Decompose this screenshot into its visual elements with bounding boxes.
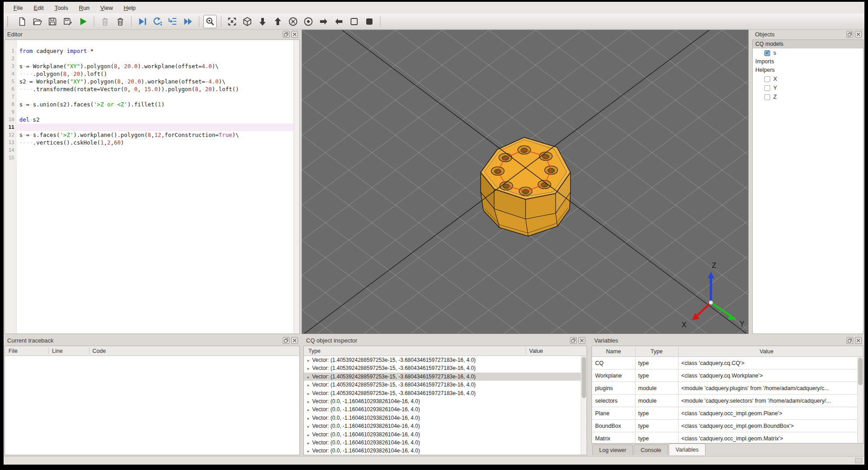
close-panel-button[interactable] (291, 337, 298, 344)
expander-icon[interactable]: ▸ (307, 424, 310, 429)
float-panel-button[interactable] (283, 31, 289, 38)
menu-tools[interactable]: Tools (49, 3, 73, 13)
column-header-value[interactable]: Value (529, 346, 543, 356)
float-panel-button[interactable] (283, 337, 289, 344)
menu-edit[interactable]: Edit (28, 3, 49, 13)
menu-view[interactable]: View (95, 3, 118, 13)
code-area[interactable]: 1from·cadquery·import·*23s·=·Workplane("… (5, 40, 299, 334)
toolbar-button-step[interactable] (136, 15, 149, 28)
float-panel-button[interactable] (570, 337, 577, 344)
code-line-8[interactable]: 8s·=·s.union(s2).faces('>Z·or·<Z').fille… (5, 101, 299, 108)
menu-file[interactable]: File (8, 3, 28, 13)
column-header-type[interactable]: Type (635, 346, 678, 356)
visibility-checkbox[interactable] (764, 94, 770, 100)
column-header-file[interactable]: File (9, 346, 18, 356)
toolbar-button-iso-view[interactable] (241, 15, 254, 28)
code-line-9[interactable]: 9 (5, 108, 299, 116)
tree-item-x[interactable]: X (753, 75, 863, 83)
variable-row[interactable]: selectorsmodule<module 'cadquery.selecto… (592, 395, 863, 407)
tree-item-y[interactable]: Y (753, 83, 863, 92)
code-line-12[interactable]: 12s·=·s.faces('>Z').workplane().polygon(… (5, 131, 299, 139)
toolbar-button-delete[interactable] (98, 15, 112, 28)
tree-group-cq-models[interactable]: CQ models (753, 40, 863, 48)
code-line-6[interactable]: 6····.transformed(rotate=Vector(0,·0,·15… (5, 85, 299, 93)
close-panel-button[interactable] (855, 337, 862, 344)
expander-icon[interactable]: ▸ (307, 391, 310, 396)
tree-group-imports[interactable]: Imports (753, 57, 863, 66)
inspector-row[interactable]: ▸Vector: (0.0, -1.1604610293826104e-16, … (304, 439, 587, 447)
toolbar-button-top-view[interactable] (256, 15, 269, 28)
toolbar-button-wireframe[interactable] (347, 15, 361, 28)
variable-row[interactable]: BoundBoxtype<class 'cadquery.occ_impl.ge… (592, 420, 863, 432)
visibility-checkbox[interactable] (764, 50, 770, 56)
expander-icon[interactable]: ▸ (307, 449, 310, 453)
inspector-row[interactable]: ▸Vector: (0.0, -1.1604610293826104e-16, … (304, 430, 587, 439)
code-line-14[interactable]: 14 (5, 146, 299, 154)
column-header-type[interactable]: Type (308, 346, 320, 356)
tab-log-viewer[interactable]: Log viewer (592, 444, 633, 455)
expander-icon[interactable]: ▸ (307, 383, 310, 387)
toolbar-button-save[interactable] (46, 15, 59, 28)
tree-group-helpers[interactable]: Helpers (753, 66, 863, 75)
inspector-row[interactable]: ▸Vector: (0.0, -1.1604610293826104e-16, … (304, 447, 587, 455)
code-line-10[interactable]: 10del·s2 (5, 116, 299, 123)
toolbar-button-bottom-view[interactable] (271, 15, 285, 28)
toolbar-button-back-view[interactable] (302, 15, 315, 28)
toolbar-button-inspect[interactable] (203, 15, 217, 28)
visibility-checkbox[interactable] (764, 76, 770, 82)
close-panel-button[interactable] (579, 337, 585, 344)
tab-variables[interactable]: Variables (669, 444, 705, 455)
variable-row[interactable]: CQtype<class 'cadquery.cq.CQ'> (592, 357, 863, 369)
toolbar-button-save-as[interactable] (61, 15, 75, 28)
code-line-15[interactable]: 15 (5, 154, 299, 162)
toolbar-button-step-return[interactable] (166, 15, 180, 28)
inspector-row[interactable]: ▸Vector: (1.4053924288597253e-15, -3.680… (304, 364, 587, 372)
toolbar-button-shaded[interactable] (363, 15, 376, 28)
menu-run[interactable]: Run (74, 3, 95, 13)
tab-console[interactable]: Console (634, 444, 668, 455)
expander-icon[interactable]: ▸ (307, 416, 310, 421)
column-header-name[interactable]: Name (592, 346, 635, 356)
inspector-row[interactable]: ▸Vector: (0.0, -1.1604610293826104e-16, … (304, 405, 587, 413)
float-panel-button[interactable] (846, 31, 853, 38)
toolbar-button-open[interactable] (31, 15, 44, 28)
toolbar-button-new-file[interactable] (15, 15, 29, 28)
toolbar-button-fit-view[interactable] (225, 15, 239, 28)
code-editor[interactable]: 1from·cadquery·import·*23s·=·Workplane("… (4, 40, 300, 334)
inspector-row[interactable]: ▸Vector: (0.0, -1.1604610293826104e-16, … (304, 414, 587, 422)
expander-icon[interactable]: ▸ (307, 441, 310, 445)
toolbar-button-run[interactable] (76, 15, 90, 28)
expander-icon[interactable]: ▸ (307, 366, 310, 371)
tree-item-z[interactable]: Z (753, 92, 863, 101)
variable-row[interactable]: Workplanetype<class 'cadquery.cq.Workpla… (592, 369, 863, 382)
menu-help[interactable]: Help (118, 3, 141, 13)
resize-grip[interactable] (855, 458, 862, 463)
code-line-1[interactable]: 1from·cadquery·import·* (5, 47, 299, 55)
inspector-row[interactable]: ▸Vector: (1.4053924288597253e-15, -3.680… (304, 389, 587, 397)
toolbar-button-delete-all[interactable] (114, 15, 127, 28)
toolbar-button-left-view[interactable] (332, 15, 346, 28)
inspector-scrollbar[interactable] (581, 356, 587, 455)
code-line-13[interactable]: 13····.vertices().cskHole(1,2,60) (5, 139, 299, 146)
inspector-row[interactable]: ▸Vector: (1.4053924288597253e-15, -3.680… (304, 373, 587, 381)
code-line-3[interactable]: 3s·=·Workplane("XY").polygon(8,·20.0).wo… (5, 62, 299, 70)
expander-icon[interactable]: ▸ (307, 400, 310, 404)
close-panel-button[interactable] (855, 31, 862, 38)
editor-scrollbar[interactable] (294, 40, 299, 334)
expander-icon[interactable]: ▸ (307, 408, 310, 412)
code-line-7[interactable]: 7 (5, 93, 299, 101)
column-header-value[interactable]: Value (678, 346, 855, 356)
toolbar-button-step-in[interactable] (151, 15, 164, 28)
inspector-row[interactable]: ▸Vector: (1.4053924288597253e-15, -3.680… (304, 356, 587, 364)
column-header-code[interactable]: Code (92, 346, 106, 356)
toolbar-button-right-view[interactable] (317, 15, 330, 28)
expander-icon[interactable]: ▸ (307, 375, 310, 379)
close-panel-button[interactable] (291, 31, 298, 38)
expander-icon[interactable]: ▸ (307, 358, 310, 363)
variable-row[interactable]: Matrixtype<class 'cadquery.occ_impl.geom… (592, 432, 863, 444)
visibility-checkbox[interactable] (764, 85, 770, 91)
inspector-row[interactable]: ▸Vector: (0.0, -1.1604610293826104e-16, … (304, 397, 587, 405)
code-line-5[interactable]: 5s2·=·Workplane("XY").polygon(8,·20.0).w… (5, 78, 299, 85)
expander-icon[interactable]: ▸ (307, 433, 310, 437)
float-panel-button[interactable] (846, 337, 853, 344)
